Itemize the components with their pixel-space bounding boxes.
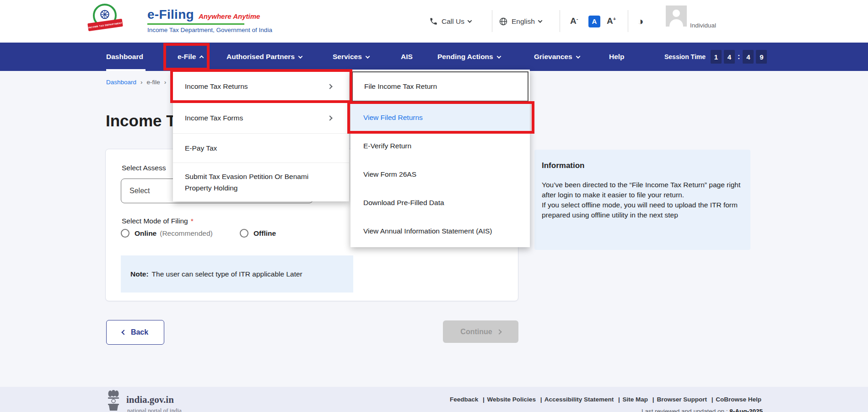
session-digit: 1 <box>711 50 722 64</box>
nav-pending-actions[interactable]: Pending Actions <box>437 43 501 71</box>
required-asterisk: * <box>191 217 194 225</box>
font-decrease-mark: - <box>577 16 578 22</box>
chevron-down-icon <box>538 18 542 23</box>
chevron-right-icon <box>496 329 501 334</box>
nav-pending-actions-label: Pending Actions <box>437 53 493 61</box>
nav-authorised-partners[interactable]: Authorised Partners <box>226 43 302 71</box>
nav-efile[interactable]: e-File <box>178 43 203 71</box>
contrast-toggle[interactable]: ◑ <box>637 0 643 43</box>
user-role-label: Individual <box>690 22 716 29</box>
note-box: Note: The user can select type of ITR ap… <box>121 255 353 293</box>
radio-offline[interactable]: Offline <box>240 229 276 238</box>
menu-item-tax-evasion-petition[interactable]: Submit Tax Evasion Petition Or Benami Pr… <box>173 163 349 201</box>
header-divider <box>560 10 560 32</box>
radio-circle-icon <box>240 229 248 238</box>
nav-dashboard-label: Dashboard <box>106 53 143 61</box>
chevron-up-icon <box>199 55 204 60</box>
menu-item-epay-tax[interactable]: E-Pay Tax <box>173 134 349 163</box>
submenu-item-file-income-tax-return[interactable]: File Income Tax Return <box>352 71 528 102</box>
session-digit: 4 <box>724 50 735 64</box>
menu-item-label: Income Tax Returns <box>185 82 248 91</box>
session-digit: 4 <box>743 50 754 64</box>
nav-grievances[interactable]: Grievances <box>534 43 580 71</box>
note-text: The user can select type of ITR applicab… <box>152 270 302 278</box>
footer-link-separator: | <box>712 396 713 403</box>
chevron-down-icon <box>298 54 303 59</box>
nav-services[interactable]: Services <box>333 43 369 71</box>
submenu-item-view-form-26as[interactable]: View Form 26AS <box>350 160 530 189</box>
footer-link-site-map[interactable]: Site Map <box>623 396 648 403</box>
nav-dashboard[interactable]: Dashboard <box>106 43 143 71</box>
submenu-item-everify-return[interactable]: E-Verify Return <box>350 132 530 160</box>
header-divider <box>492 10 492 32</box>
information-para2: If you select offline mode, you will nee… <box>542 200 744 220</box>
nav-ais[interactable]: AIS <box>401 43 413 71</box>
call-us-menu[interactable]: Call Us <box>429 0 471 43</box>
continue-button-label: Continue <box>460 328 492 336</box>
footer-link-cobrowse-help[interactable]: CoBrowse Help <box>716 396 761 403</box>
user-avatar[interactable] <box>666 5 687 27</box>
main-navbar: Dashboard e-File Authorised Partners Ser… <box>0 43 868 71</box>
breadcrumb-separator: › <box>164 79 167 86</box>
footer-link-feedback[interactable]: Feedback <box>450 396 478 403</box>
submenu-item-label: View Annual Information Statement (AIS) <box>363 227 492 235</box>
nav-ais-label: AIS <box>401 53 413 61</box>
contrast-icon: ◑ <box>637 16 643 27</box>
nav-help[interactable]: Help <box>609 43 625 71</box>
font-decrease-label: A <box>570 16 577 26</box>
footer-link-website-policies[interactable]: Website Policies <box>487 396 536 403</box>
mode-of-filing-text: Select Mode of Filing <box>122 217 188 225</box>
breadcrumb-separator: › <box>140 79 143 86</box>
footer-link-separator: | <box>652 396 654 403</box>
nav-dashboard-active-underline <box>106 69 146 71</box>
call-us-label: Call Us <box>442 17 464 26</box>
font-decrease-button[interactable]: A- <box>570 0 578 43</box>
submenu-item-label: File Income Tax Return <box>364 82 437 91</box>
footer-link-accessibility-statement[interactable]: Accessibility Statement <box>545 396 614 403</box>
income-tax-dept-logo: INCOME TAX DEPARTMENT <box>91 3 120 38</box>
menu-item-income-tax-forms[interactable]: Income Tax Forms <box>173 103 349 134</box>
footer-link-separator: | <box>540 396 542 403</box>
india-emblem-icon <box>106 390 121 412</box>
footer-links: Feedback | Website Policies | Accessibil… <box>450 396 761 403</box>
nav-efile-label: e-File <box>178 53 196 61</box>
language-menu[interactable]: English <box>499 0 542 43</box>
session-colon: : <box>738 53 740 61</box>
india-gov-portal-title[interactable]: india.gov.in <box>126 394 174 406</box>
menu-item-income-tax-returns[interactable]: Income Tax Returns <box>173 71 349 103</box>
chevron-down-icon <box>576 54 580 59</box>
radio-online[interactable]: Online (Recommended) <box>121 229 213 238</box>
font-default-button[interactable]: A <box>588 0 600 43</box>
nav-help-label: Help <box>609 53 625 61</box>
breadcrumb-dashboard-link[interactable]: Dashboard <box>106 79 136 86</box>
submenu-item-label: View Filed Returns <box>363 114 423 122</box>
submenu-item-download-prefilled-data[interactable]: Download Pre-Filled Data <box>350 189 530 217</box>
continue-button-disabled[interactable]: Continue <box>443 320 518 343</box>
chevron-down-icon <box>468 18 472 23</box>
session-digit: 9 <box>756 50 767 64</box>
chevron-right-icon <box>327 115 332 120</box>
submenu-item-view-filed-returns[interactable]: View Filed Returns <box>350 103 530 132</box>
font-increase-label: A <box>607 16 613 26</box>
logo-green-rule <box>147 23 244 25</box>
income-tax-returns-submenu: File Income Tax Return View Filed Return… <box>350 70 530 247</box>
back-button[interactable]: Back <box>106 320 164 345</box>
logo-title: e-Filing <box>147 7 194 22</box>
globe-icon <box>499 17 508 26</box>
submenu-item-view-ais[interactable]: View Annual Information Statement (AIS) <box>350 217 530 245</box>
header-divider <box>628 10 628 32</box>
efile-dropdown-menu: Income Tax Returns Income Tax Forms E-Pa… <box>173 71 349 201</box>
top-header: INCOME TAX DEPARTMENT e-Filing Anywhere … <box>0 0 868 43</box>
chevron-down-icon <box>365 54 370 59</box>
session-timer-label: Session Time <box>664 53 706 60</box>
menu-item-label: Income Tax Forms <box>185 114 243 122</box>
menu-item-label: E-Pay Tax <box>185 144 217 152</box>
font-increase-button[interactable]: A+ <box>607 0 616 43</box>
last-reviewed-text: Last reviewed and updated on : 8-Aug-202… <box>642 408 763 412</box>
font-default-label: A <box>588 16 600 27</box>
chevron-left-icon <box>121 330 126 335</box>
footer-link-separator: | <box>483 396 485 403</box>
footer-link-browser-support[interactable]: Browser Support <box>657 396 707 403</box>
font-increase-mark: + <box>613 16 616 22</box>
session-timer: Session Time 1 4 : 4 9 <box>664 43 767 71</box>
